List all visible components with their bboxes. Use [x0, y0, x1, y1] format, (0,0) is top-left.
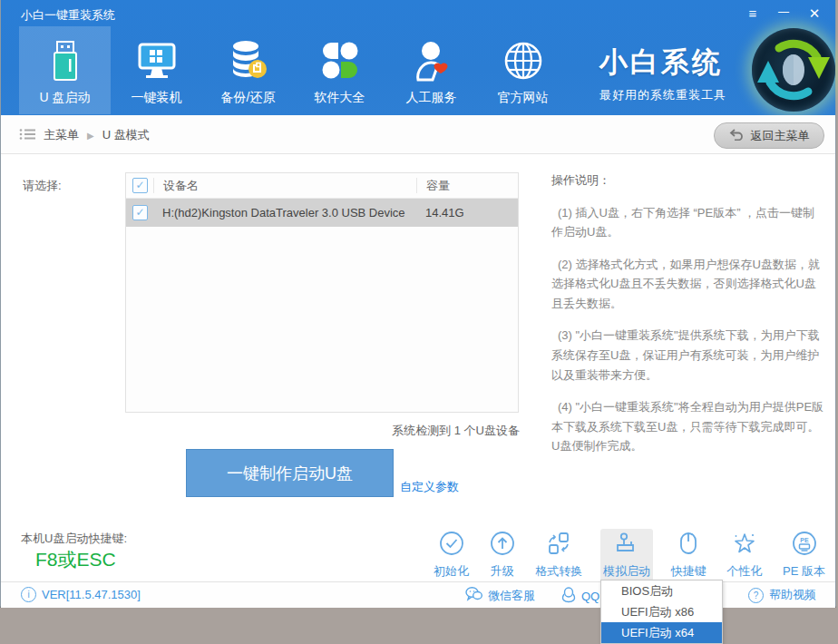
- window-title: 小白一键重装系统: [21, 7, 115, 24]
- nav-label: 备份/还原: [221, 90, 276, 106]
- nav-item-one-key-install[interactable]: 一键装机: [111, 26, 202, 114]
- nav-item-usb-boot[interactable]: U 盘启动: [19, 26, 111, 114]
- breadcrumb-current: U 盘模式: [102, 127, 150, 143]
- tool-pe-version[interactable]: PE PE 版本: [780, 529, 828, 581]
- tool-personalize[interactable]: 个性化: [724, 529, 765, 581]
- select-label: 请选择:: [23, 178, 62, 194]
- nav-item-official-website[interactable]: 官方网站: [477, 26, 569, 114]
- make-boot-usb-button[interactable]: 一键制作启动U盘: [186, 449, 394, 497]
- tool-label: 升级: [491, 563, 514, 580]
- tool-upgrade[interactable]: 升级: [487, 529, 518, 581]
- select-all-checkbox[interactable]: ✓: [132, 178, 148, 193]
- support-person-icon: [411, 37, 453, 84]
- qq-penguin-icon: [561, 587, 576, 606]
- tool-simulate-boot[interactable]: 模拟启动: [600, 529, 653, 581]
- apps-clover-icon: [319, 37, 361, 84]
- tool-label: 格式转换: [535, 563, 582, 580]
- joystick-icon: [614, 531, 639, 560]
- tool-format-convert[interactable]: 格式转换: [532, 529, 585, 581]
- custom-params-link[interactable]: 自定义参数: [400, 479, 459, 495]
- back-arrow-icon: [729, 129, 744, 143]
- tool-label: 快捷键: [671, 563, 706, 580]
- monitor-icon: [135, 37, 179, 84]
- tools-row: 初始化 升级 格式转换 模拟启动: [431, 529, 828, 581]
- tool-label: 模拟启动: [603, 563, 650, 580]
- hotkey-label: 本机U盘启动快捷键:: [21, 531, 127, 547]
- breadcrumb-root[interactable]: 主菜单: [44, 127, 79, 143]
- menu-item-uefi-x64[interactable]: UEFI启动 x64: [601, 622, 722, 643]
- back-to-main-menu-button[interactable]: 返回主菜单: [714, 122, 824, 149]
- device-table-header: ✓ 设备名 容量: [126, 173, 518, 199]
- help-video-link[interactable]: ? 帮助视频: [748, 587, 816, 603]
- wechat-label: 微信客服: [488, 588, 535, 604]
- wechat-icon: [465, 587, 482, 604]
- back-button-label: 返回主菜单: [751, 128, 810, 144]
- question-icon: ?: [748, 588, 764, 603]
- menu-icon[interactable]: ≡: [745, 5, 761, 22]
- tool-label: PE 版本: [783, 563, 825, 580]
- svg-text:PE: PE: [800, 537, 809, 543]
- brand-logo-icon: [752, 28, 835, 112]
- pe-version-icon: PE: [792, 531, 817, 560]
- hotkey-value: F8或ESC: [35, 547, 116, 572]
- qq-label: QQ: [581, 590, 599, 603]
- breadcrumb-bar: 主菜单 ▶ U 盘模式 返回主菜单: [1, 115, 835, 154]
- nav-item-software-center[interactable]: 软件大全: [294, 26, 385, 114]
- info-icon: i: [21, 587, 36, 602]
- database-backup-icon: [227, 37, 270, 84]
- tool-hotkeys[interactable]: 快捷键: [668, 529, 709, 581]
- menu-item-bios-boot[interactable]: BIOS启动: [601, 581, 722, 601]
- device-name-header: 设备名: [153, 178, 416, 193]
- desktop-background: 小白一键重装系统 ≡ — ✕: [0, 0, 838, 644]
- breadcrumb: 主菜单 ▶ U 盘模式: [19, 127, 150, 143]
- qq-service-link[interactable]: QQ: [561, 587, 599, 606]
- device-table: ✓ 设备名 容量 ✓ H:(hd2)Kingston DataTraveler …: [125, 172, 519, 413]
- detect-status-text: 系统检测到 1 个U盘设备: [273, 423, 520, 439]
- convert-icon: [546, 531, 571, 560]
- instruction-step: (3) "小白一键重装系统"提供系统下载，为用户下载系统保存至U盘，保证用户有系…: [551, 326, 826, 385]
- minimize-icon[interactable]: —: [775, 5, 792, 22]
- nav-label: 软件大全: [315, 90, 365, 106]
- close-icon[interactable]: ✕: [806, 5, 823, 22]
- instructions-panel: 操作说明： (1) 插入U盘，右下角选择 “PE版本” ，点击一键制作启动U盘。…: [551, 171, 826, 469]
- simulate-boot-popup-menu: BIOS启动 UEFI启动 x86 UEFI启动 x64: [600, 580, 723, 644]
- device-name-cell: H:(hd2)Kingston DataTraveler 3.0 USB Dev…: [153, 206, 416, 220]
- app-window: 小白一键重装系统 ≡ — ✕: [0, 0, 836, 608]
- version-text: VER[11.5.47.1530]: [42, 588, 141, 601]
- usb-drive-icon: [45, 37, 85, 84]
- main-nav: U 盘启动 一键装机: [19, 26, 569, 114]
- arrow-up-circle-icon: [490, 531, 515, 560]
- capacity-header: 容量: [416, 178, 518, 193]
- magic-star-icon: [732, 531, 757, 560]
- tool-label: 初始化: [434, 563, 469, 580]
- capacity-cell: 14.41G: [416, 206, 518, 220]
- row-checkbox[interactable]: ✓: [132, 205, 148, 220]
- chevron-right-icon: ▶: [87, 131, 94, 141]
- wechat-service-link[interactable]: 微信客服: [465, 587, 535, 604]
- version-info: i VER[11.5.47.1530]: [21, 587, 141, 602]
- nav-label: U 盘启动: [40, 90, 91, 106]
- globe-icon: [502, 37, 545, 84]
- nav-label: 人工服务: [406, 90, 457, 106]
- app-header: 小白一键重装系统 ≡ — ✕: [1, 0, 835, 115]
- menu-item-uefi-x86[interactable]: UEFI启动 x86: [601, 601, 722, 622]
- instructions-title: 操作说明：: [551, 171, 826, 190]
- nav-label: 官方网站: [498, 90, 549, 106]
- list-icon: [19, 128, 35, 143]
- nav-label: 一键装机: [132, 90, 182, 106]
- nav-item-backup-restore[interactable]: 备份/还原: [202, 26, 294, 114]
- tool-label: 个性化: [726, 563, 762, 580]
- mouse-icon: [676, 531, 701, 560]
- nav-item-human-service[interactable]: 人工服务: [385, 26, 477, 114]
- check-circle-icon: [439, 531, 464, 560]
- instruction-step: (4) "小白一键重装系统"将全程自动为用户提供PE版本下载及系统下载至U盘，只…: [551, 397, 826, 456]
- instruction-step: (2) 选择格式化方式，如果用户想保存U盘数据，就选择格式化U盘且不丢失数据，否…: [551, 255, 826, 314]
- instruction-step: (1) 插入U盘，右下角选择 “PE版本” ，点击一键制作启动U盘。: [551, 203, 826, 242]
- help-label: 帮助视频: [769, 587, 816, 603]
- tool-initialize[interactable]: 初始化: [431, 529, 472, 581]
- device-table-row[interactable]: ✓ H:(hd2)Kingston DataTraveler 3.0 USB D…: [126, 199, 518, 227]
